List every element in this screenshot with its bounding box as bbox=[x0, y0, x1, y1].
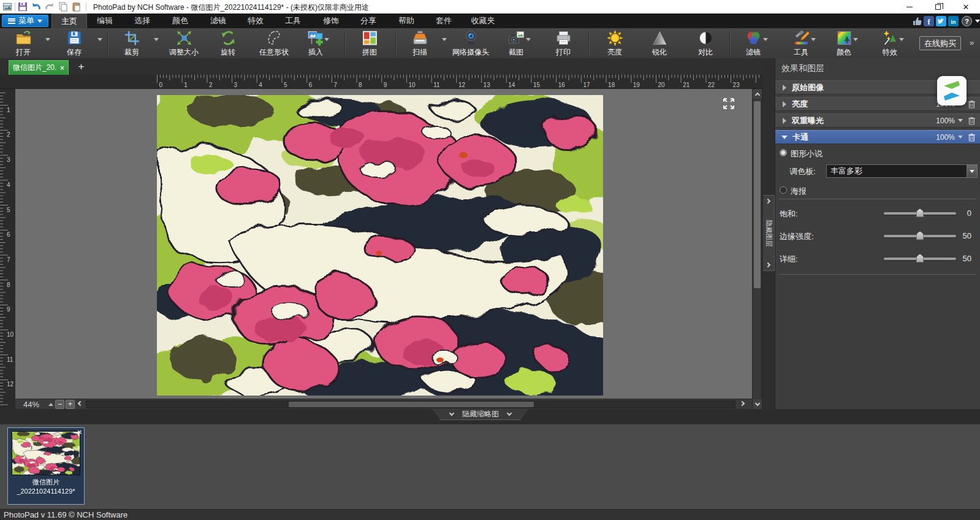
edge-strength-slider[interactable] bbox=[884, 235, 956, 237]
delete-layer-icon[interactable] bbox=[968, 133, 976, 142]
canvas-background[interactable] bbox=[15, 89, 752, 399]
menu-tab-retouch[interactable]: 修饰 bbox=[316, 13, 346, 28]
ribbon-open-button[interactable]: 打开 bbox=[6, 29, 40, 58]
help-dropdown-caret[interactable] bbox=[975, 20, 980, 23]
menu-tab-edit[interactable]: 编辑 bbox=[90, 13, 120, 28]
linkedin-icon[interactable]: in bbox=[948, 16, 959, 26]
menu-tab-help[interactable]: 帮助 bbox=[392, 13, 421, 28]
ribbon-sharpen-button[interactable]: 锐化 bbox=[642, 29, 677, 58]
vertical-scrollbar[interactable] bbox=[752, 89, 761, 409]
slider-thumb[interactable] bbox=[916, 254, 924, 262]
delete-layer-icon[interactable] bbox=[968, 117, 976, 125]
delete-layer-icon[interactable] bbox=[968, 100, 976, 109]
layer-opacity[interactable]: 100% bbox=[936, 133, 955, 142]
twitter-icon[interactable] bbox=[936, 16, 946, 26]
saturation-slider[interactable] bbox=[884, 212, 956, 215]
menu-tab-share[interactable]: 分享 bbox=[354, 13, 383, 28]
collapse-arrow-icon[interactable] bbox=[781, 136, 788, 139]
new-tab-button[interactable]: + bbox=[76, 62, 86, 72]
color-dropdown-caret[interactable] bbox=[853, 38, 858, 41]
ribbon-overflow-chevron[interactable]: » bbox=[970, 38, 974, 47]
insert-dropdown-caret[interactable] bbox=[324, 38, 329, 41]
menu-tab-home[interactable]: 主页 bbox=[51, 13, 87, 28]
screenshot-dropdown-caret[interactable] bbox=[526, 38, 531, 41]
scroll-up-button[interactable] bbox=[753, 89, 762, 99]
opacity-dropdown-caret[interactable] bbox=[958, 136, 963, 139]
undo-icon[interactable] bbox=[31, 2, 41, 12]
select-dropdown-button[interactable] bbox=[967, 165, 977, 177]
ribbon-crop-button[interactable]: 裁剪 bbox=[115, 29, 149, 58]
graphic-novel-radio[interactable] bbox=[780, 149, 787, 156]
ribbon-webcam-button[interactable]: 网络摄像头 bbox=[441, 29, 500, 58]
ribbon-rotate-button[interactable]: 旋转 bbox=[211, 29, 245, 58]
vertical-scrollbar-thumb[interactable] bbox=[754, 101, 761, 288]
hide-layers-tab[interactable]: 隐藏图层 bbox=[763, 195, 775, 271]
ribbon-tools-button[interactable]: 工具 bbox=[784, 29, 818, 58]
ribbon-color-button[interactable]: 颜色 bbox=[827, 29, 861, 58]
tab-close-icon[interactable]: × bbox=[60, 64, 64, 72]
ribbon-effects-button[interactable]: 特效 bbox=[873, 29, 907, 58]
fullscreen-icon[interactable] bbox=[721, 96, 736, 111]
menu-tab-suite[interactable]: 套件 bbox=[429, 13, 458, 28]
photopad-overlay-logo[interactable] bbox=[937, 76, 967, 105]
menu-tab-tools[interactable]: 工具 bbox=[278, 13, 308, 28]
menu-tab-select[interactable]: 选择 bbox=[127, 13, 157, 28]
ribbon-filters-button[interactable]: 滤镜 bbox=[736, 29, 770, 58]
zoom-out-button[interactable]: − bbox=[55, 400, 64, 409]
ribbon-save-button[interactable]: 保存 bbox=[57, 29, 91, 58]
close-button[interactable]: ✕ bbox=[952, 0, 980, 13]
expand-arrow-icon[interactable] bbox=[783, 101, 786, 107]
slider-thumb[interactable] bbox=[916, 231, 924, 240]
horizontal-scrollbar-thumb[interactable] bbox=[289, 402, 534, 407]
filters-dropdown-caret[interactable] bbox=[763, 38, 768, 41]
menu-tab-effects[interactable]: 特效 bbox=[241, 13, 270, 28]
layer-opacity[interactable]: 100% bbox=[936, 117, 955, 125]
help-icon[interactable]: ? bbox=[962, 16, 972, 26]
canvas-image[interactable] bbox=[157, 95, 603, 396]
buy-online-button[interactable]: 在线购买 bbox=[919, 36, 961, 50]
save-quick-icon[interactable] bbox=[18, 2, 28, 12]
redo-icon[interactable] bbox=[45, 2, 55, 12]
poster-radio[interactable] bbox=[780, 186, 787, 194]
zoom-in-button[interactable]: + bbox=[66, 400, 75, 409]
thumbnail-image[interactable] bbox=[12, 431, 80, 475]
palette-select[interactable]: 丰富多彩 bbox=[826, 164, 978, 178]
copy-icon[interactable] bbox=[58, 2, 68, 12]
ribbon-insert-button[interactable]: 插入 bbox=[298, 29, 333, 58]
ribbon-screenshot-button[interactable]: 截图 bbox=[499, 29, 533, 58]
maximize-button[interactable] bbox=[924, 0, 952, 13]
crop-dropdown-caret[interactable] bbox=[154, 38, 159, 41]
tools-dropdown-caret[interactable] bbox=[811, 38, 816, 41]
effects-dropdown-caret[interactable] bbox=[899, 38, 904, 41]
menu-tab-filters[interactable]: 滤镜 bbox=[203, 13, 233, 28]
detail-slider[interactable] bbox=[884, 258, 956, 260]
ribbon-resize-button[interactable]: 调整大小 bbox=[159, 29, 208, 58]
like-icon[interactable] bbox=[912, 16, 922, 26]
layer-row-double-exposure[interactable]: 双重曝光 100% bbox=[775, 113, 980, 128]
paste-icon[interactable] bbox=[72, 2, 82, 12]
minimize-button[interactable] bbox=[895, 0, 924, 13]
save-dropdown-caret[interactable] bbox=[97, 38, 102, 41]
ribbon-contrast-button[interactable]: 对比 bbox=[688, 29, 723, 58]
thumbnail-close-icon[interactable]: × bbox=[77, 427, 82, 437]
ribbon-freeform-button[interactable]: 任意形状 bbox=[249, 29, 298, 58]
scroll-left-button[interactable] bbox=[78, 401, 83, 406]
document-tab[interactable]: 微信图片_20... × bbox=[9, 60, 69, 75]
expand-arrow-icon[interactable] bbox=[783, 85, 786, 91]
scroll-right-button[interactable] bbox=[740, 401, 745, 406]
expand-arrow-icon[interactable] bbox=[783, 118, 786, 124]
ribbon-print-button[interactable]: 打印 bbox=[546, 29, 580, 58]
scroll-down-button[interactable] bbox=[753, 399, 762, 409]
horizontal-scrollbar[interactable] bbox=[86, 400, 735, 408]
thumbnail-card-selected[interactable]: 微信图片 _20221024114129* × bbox=[7, 427, 85, 505]
zoom-spinner-icon[interactable] bbox=[48, 403, 53, 406]
zoom-level[interactable]: 44% bbox=[23, 400, 39, 409]
facebook-icon[interactable]: f bbox=[924, 16, 934, 26]
menu-tab-favorites[interactable]: 收藏夹 bbox=[463, 13, 503, 28]
hide-thumbnails-button[interactable]: 隐藏缩略图 bbox=[432, 409, 529, 420]
menu-tab-color[interactable]: 颜色 bbox=[165, 13, 195, 28]
slider-thumb[interactable] bbox=[916, 208, 924, 217]
layer-row-cartoon-selected[interactable]: 卡通 100% bbox=[775, 130, 980, 144]
opacity-dropdown-caret[interactable] bbox=[958, 119, 963, 122]
open-dropdown-caret[interactable] bbox=[45, 38, 50, 41]
